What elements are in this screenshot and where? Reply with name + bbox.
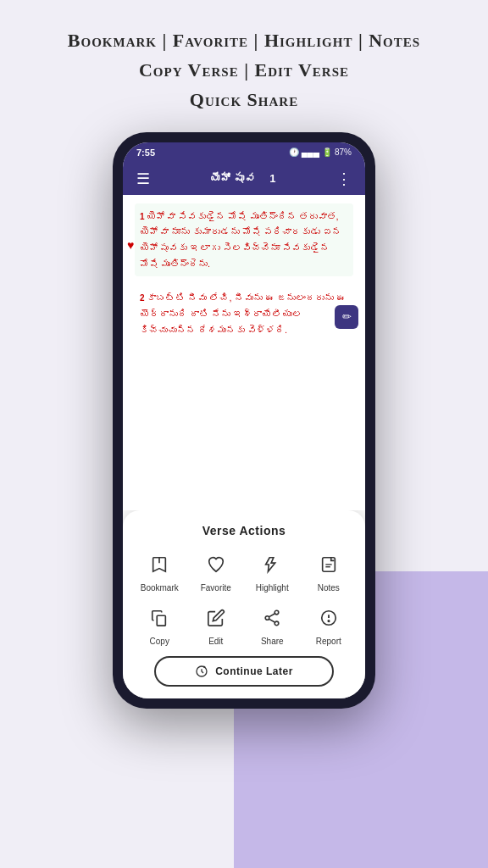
signal-icon: ▄▄▄	[302, 147, 319, 157]
bookmark-icon	[144, 549, 175, 580]
svg-line-8	[269, 614, 274, 617]
report-action[interactable]: Report	[303, 603, 354, 646]
report-label: Report	[316, 637, 341, 646]
favorite-action[interactable]: Favorite	[191, 549, 241, 593]
bottom-sheet: Verse Actions Bookmark	[123, 510, 365, 698]
status-time: 7:55	[136, 147, 155, 158]
heart-icon: ♥	[127, 239, 134, 253]
header-line-2: Copy Verse | Edit Verse	[17, 55, 471, 85]
copy-label: Copy	[150, 637, 169, 646]
edit-label: Edit	[208, 637, 223, 646]
continue-later-label: Continue Later	[215, 665, 293, 677]
nav-title: యెహోషువ 1	[210, 172, 276, 185]
svg-point-6	[265, 615, 269, 620]
header-text: Bookmark | Favorite | Highlight | Notes …	[0, 0, 488, 124]
status-bar: 7:55 🕐 ▄▄▄ 🔋 87%	[123, 142, 365, 163]
edit-icon	[201, 603, 231, 633]
notes-icon	[313, 549, 344, 580]
verse-2: 2 కాబట్టి నీవు లేచి, నీవును ఈ జనులందరును…	[135, 285, 353, 342]
highlight-action[interactable]: Highlight	[247, 549, 297, 593]
copy-action[interactable]: Copy	[134, 603, 185, 646]
phone-screen: 7:55 🕐 ▄▄▄ 🔋 87% ☰ యెహోషువ 1 ⋮	[123, 142, 365, 698]
svg-rect-4	[158, 615, 166, 626]
report-icon	[313, 603, 344, 633]
verse-1: 1 యెహోవా సేవకుడైన మోషే మృతినొందిన తరువాత…	[135, 203, 353, 277]
bookmark-action[interactable]: Bookmark	[134, 549, 185, 593]
bookmark-label: Bookmark	[141, 583, 179, 593]
verse-2-text: కాబట్టి నీవు లేచి, నీవును ఈ జనులందరును ఈ…	[140, 292, 346, 334]
favorite-icon	[201, 549, 231, 580]
share-label: Share	[261, 637, 284, 646]
continue-later-button[interactable]: Continue Later	[154, 656, 335, 687]
action-row-1: Bookmark Favorite	[131, 549, 357, 593]
alarm-icon: 🕐	[289, 147, 299, 157]
menu-icon[interactable]: ☰	[136, 170, 150, 188]
share-action[interactable]: Share	[247, 603, 297, 646]
verse-1-text: యెహోవా సేవకుడైన మోషే మృతినొందిన తరువాత, …	[140, 211, 341, 269]
svg-point-12	[328, 620, 329, 620]
svg-point-7	[274, 621, 279, 626]
notes-action[interactable]: Notes	[303, 549, 354, 593]
action-row-2: Copy Edit	[131, 603, 357, 646]
phone-device: 7:55 🕐 ▄▄▄ 🔋 87% ☰ యెహోషువ 1 ⋮	[113, 132, 375, 709]
copy-icon	[144, 603, 175, 633]
more-icon[interactable]: ⋮	[336, 170, 352, 188]
header-line-3: Quick Share	[17, 85, 471, 114]
sheet-title: Verse Actions	[131, 524, 357, 537]
notes-label: Notes	[318, 583, 340, 593]
nav-bar: ☰ యెహోషువ 1 ⋮	[123, 163, 365, 195]
svg-point-5	[274, 610, 279, 615]
highlight-icon	[257, 549, 287, 580]
battery-icon: 🔋	[322, 147, 332, 157]
phone-wrapper: 7:55 🕐 ▄▄▄ 🔋 87% ☰ యెహోషువ 1 ⋮	[0, 132, 488, 709]
header-line-1: Bookmark | Favorite | Highlight | Notes	[17, 25, 471, 55]
edit-fab[interactable]: ✏	[335, 305, 358, 329]
favorite-label: Favorite	[201, 583, 231, 593]
share-icon	[257, 603, 287, 633]
svg-line-9	[269, 619, 274, 622]
continue-icon	[195, 665, 208, 678]
highlight-label: Highlight	[256, 583, 289, 593]
bible-content: ♥ 1 యెహోవా సేవకుడైన మోషే మృతినొందిన తరువ…	[123, 195, 365, 510]
battery-percent: 87%	[335, 147, 352, 157]
edit-action[interactable]: Edit	[191, 603, 241, 646]
status-icons: 🕐 ▄▄▄ 🔋 87%	[289, 147, 352, 157]
